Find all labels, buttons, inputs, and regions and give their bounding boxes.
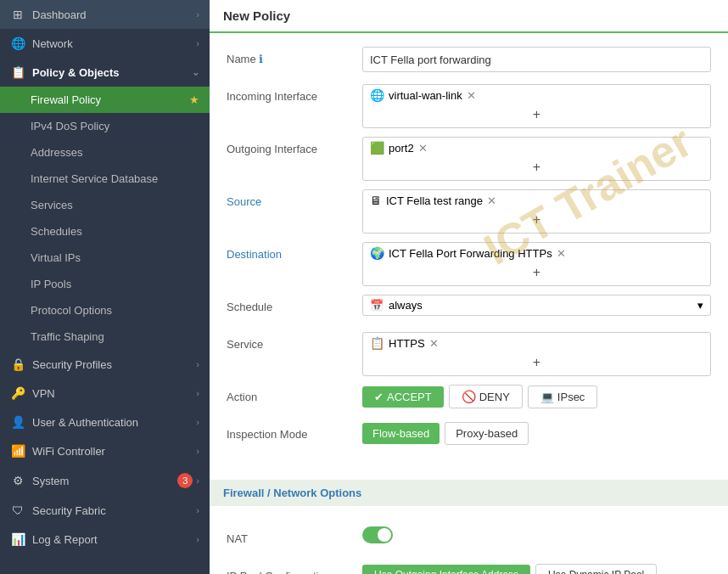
gear-icon: ⚙ [10,474,25,487]
sidebar-item-ipv4-dos[interactable]: IPv4 DoS Policy [0,113,210,139]
interface-icon: 🌐 [370,88,384,102]
source-field[interactable]: 🖥 ICT Fella test range ✕ + [362,189,711,234]
chevron-right-icon: › [196,505,199,515]
service-row: Service 📋 HTTPS ✕ + [227,332,711,376]
accept-button[interactable]: ✔ ACCEPT [362,386,444,408]
service-control: 📋 HTTPS ✕ + [362,332,711,376]
service-field[interactable]: 📋 HTTPS ✕ + [362,332,711,376]
destination-row: Destination 🌍 ICT Fella Port Forwarding … [227,242,711,286]
remove-source-button[interactable]: ✕ [487,194,496,207]
chevron-right-icon: › [196,388,199,398]
name-control: ICT Fella port forwarding [362,47,711,72]
incoming-interface-field[interactable]: 🌐 virtual-wan-link ✕ + [362,84,711,128]
sidebar-item-policy-objects[interactable]: 📋 Policy & Objects ⌄ [0,58,210,87]
sidebar-item-protocol-options[interactable]: Protocol Options [0,297,210,324]
sidebar-item-label: Log & Report [32,533,196,546]
remove-outgoing-button[interactable]: ✕ [418,142,428,155]
flow-based-button[interactable]: Flow-based [362,423,440,444]
main-content: ICT Trainer New Policy Name ℹ ICT Fella … [210,0,728,574]
remove-service-button[interactable]: ✕ [429,337,439,350]
service-icon: 📋 [370,336,384,350]
sidebar-item-firewall-policy[interactable]: Firewall Policy ★ [0,87,210,113]
remove-interface-button[interactable]: ✕ [467,89,476,102]
star-icon: ★ [189,93,199,106]
source-control: 🖥 ICT Fella test range ✕ + [362,189,711,234]
inspection-mode-row: Inspection Mode Flow-based Proxy-based [227,422,711,451]
proxy-based-button[interactable]: Proxy-based [445,422,529,445]
nat-label: NAT [227,526,362,545]
page-title: New Policy [210,0,728,33]
sidebar-item-label: User & Authentication [32,416,196,429]
sidebar-subitem-label: Traffic Shaping [31,330,104,343]
name-input[interactable]: ICT Fella port forwarding [362,47,711,72]
inspection-mode-control: Flow-based Proxy-based [362,422,711,445]
ipsec-icon: 💻 [540,391,554,403]
add-outgoing-button[interactable]: + [370,158,703,177]
ip-pool-control: Use Outgoing Interface Address Use Dynam… [362,564,711,574]
policy-icon: 📋 [10,65,25,79]
sidebar-item-label: Security Fabric [32,504,196,517]
vpn-icon: 🔑 [10,386,25,400]
use-dynamic-button[interactable]: Use Dynamic IP Pool [535,564,657,574]
outgoing-interface-label: Outgoing Interface [227,137,362,155]
nat-control [362,526,711,546]
info-icon[interactable]: ℹ [259,53,263,65]
sidebar-item-label: VPN [32,387,196,400]
sidebar-item-user-auth[interactable]: 👤 User & Authentication › [0,408,210,436]
action-control: ✔ ACCEPT 🚫 DENY 💻 IPsec [362,385,711,408]
sidebar-item-log-report[interactable]: 📊 Log & Report › [0,525,210,554]
sidebar-item-traffic-shaping[interactable]: Traffic Shaping [0,324,210,350]
sidebar-item-network[interactable]: 🌐 Network › [0,29,210,58]
sidebar-item-system[interactable]: ⚙ System 3 › [0,465,210,496]
chevron-right-icon: › [196,476,199,486]
schedule-select[interactable]: 📅 always ▾ [362,295,711,316]
add-service-button[interactable]: + [370,353,703,372]
sidebar-item-schedules[interactable]: Schedules [0,218,210,245]
sidebar-item-label: Policy & Objects [32,66,192,79]
sidebar-item-dashboard[interactable]: ⊞ Dashboard › [0,0,210,29]
sidebar-item-security-fabric[interactable]: 🛡 Security Fabric › [0,496,210,525]
shield-icon: 🛡 [10,504,25,517]
outgoing-interface-field[interactable]: 🟩 port2 ✕ + [362,137,711,181]
checkmark-icon: ✔ [374,391,384,403]
sidebar-item-ip-pools[interactable]: IP Pools [0,271,210,297]
sidebar: ⊞ Dashboard › 🌐 Network › 📋 Policy & Obj… [0,0,210,574]
ip-pool-group: Use Outgoing Interface Address Use Dynam… [362,564,711,574]
sidebar-item-virtual-ips[interactable]: Virtual IPs [0,245,210,271]
sidebar-item-label: WiFi Controller [32,445,196,458]
ipsec-button[interactable]: 💻 IPsec [528,385,598,408]
use-outgoing-button[interactable]: Use Outgoing Interface Address [362,565,530,574]
sidebar-item-addresses[interactable]: Addresses [0,139,210,166]
sidebar-item-services[interactable]: Services [0,192,210,218]
sidebar-item-internet-service-db[interactable]: Internet Service Database [0,166,210,192]
remove-destination-button[interactable]: ✕ [557,247,566,260]
sidebar-subitem-label: Internet Service Database [31,172,158,185]
deny-button[interactable]: 🚫 DENY [449,385,523,408]
sidebar-item-wifi[interactable]: 📶 WiFi Controller › [0,436,210,465]
service-label: Service [227,332,362,351]
add-source-button[interactable]: + [370,211,703,229]
source-tag: 🖥 ICT Fella test range ✕ [370,194,496,207]
sidebar-item-label: System [32,475,177,487]
nat-toggle[interactable] [362,526,393,543]
sidebar-item-label: Security Profiles [32,358,196,371]
firewall-options-form: NAT IP Pool Configuration Use Outgoing I… [210,513,728,574]
source-row: Source 🖥 ICT Fella test range ✕ + [227,189,711,234]
add-destination-button[interactable]: + [370,263,703,282]
sidebar-item-vpn[interactable]: 🔑 VPN › [0,379,210,408]
destination-control: 🌍 ICT Fella Port Forwarding HTTPs ✕ + [362,242,711,286]
action-row: Action ✔ ACCEPT 🚫 DENY 💻 IPsec [227,385,711,414]
wifi-icon: 📶 [10,444,25,458]
destination-tag: 🌍 ICT Fella Port Forwarding HTTPs ✕ [370,246,566,260]
sidebar-item-security-profiles[interactable]: 🔒 Security Profiles › [0,350,210,379]
sidebar-item-label: Dashboard [32,8,196,21]
sidebar-subitem-label: Firewall Policy [31,93,101,106]
ip-pool-label: IP Pool Configuration [227,564,362,574]
user-icon: 👤 [10,415,25,429]
chevron-right-icon: › [196,446,199,456]
sidebar-item-label: Network [32,37,196,50]
destination-field[interactable]: 🌍 ICT Fella Port Forwarding HTTPs ✕ + [362,242,711,286]
incoming-interface-control: 🌐 virtual-wan-link ✕ + [362,84,711,128]
service-tag: 📋 HTTPS ✕ [370,336,439,350]
add-interface-button[interactable]: + [370,105,703,124]
